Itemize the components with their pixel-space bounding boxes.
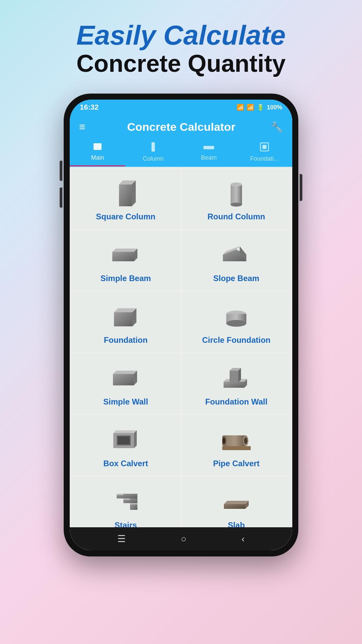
box-calvert-label: Box Calvert	[103, 459, 148, 468]
pipe-calvert-icon	[220, 425, 253, 455]
tab-beam-label: Beam	[201, 154, 217, 161]
tab-column-icon	[150, 142, 157, 154]
svg-rect-42	[222, 446, 251, 450]
foundation-wall-label: Foundation Wall	[205, 397, 267, 407]
simple-beam-icon	[109, 239, 142, 270]
box-calvert-icon	[109, 425, 142, 455]
tab-foundation[interactable]: Foundati...	[237, 139, 292, 166]
svg-marker-7	[132, 180, 136, 206]
nav-home-button[interactable]: ☰	[117, 533, 126, 544]
slab-label: Slab	[228, 521, 245, 527]
grid-item-pipe-calvert[interactable]: Pipe Calvert	[182, 415, 291, 476]
simple-wall-label: Simple Wall	[103, 397, 148, 407]
svg-marker-36	[134, 430, 137, 448]
tab-foundation-label: Foundati...	[250, 155, 279, 162]
tab-column-label: Column	[143, 155, 164, 162]
svg-marker-35	[113, 430, 137, 433]
nav-back-button[interactable]: ‹	[242, 534, 245, 544]
grid-content: Square Column	[70, 167, 292, 527]
tab-main[interactable]: Main	[70, 139, 125, 166]
wrench-icon[interactable]: 🔧	[270, 121, 283, 133]
foundation-wall-icon	[220, 363, 253, 393]
battery-percent: 100%	[267, 104, 282, 111]
grid-item-foundation-wall[interactable]: Foundation Wall	[182, 354, 291, 414]
phone-frame: 16:32 📶 📶 🔋 100% ≡ Concrete Calculator 🔧…	[64, 94, 298, 556]
round-column-label: Round Column	[207, 212, 265, 221]
svg-rect-46	[130, 503, 137, 504]
foundation-label: Foundation	[104, 335, 148, 345]
svg-rect-2	[203, 146, 214, 149]
svg-point-10	[231, 203, 242, 207]
circle-foundation-label: Circle Foundation	[202, 335, 270, 345]
tab-beam-icon	[203, 142, 214, 153]
status-bar: 16:32 📶 📶 🔋 100%	[70, 100, 292, 115]
square-column-icon	[109, 178, 142, 208]
status-icons: 📶 📶 🔋 100%	[237, 104, 282, 111]
svg-rect-37	[224, 435, 246, 446]
signal-icon-2: 📶	[247, 104, 254, 111]
grid-item-simple-wall[interactable]: Simple Wall	[71, 354, 180, 414]
volume-down-button	[60, 187, 62, 208]
grid-item-simple-beam[interactable]: Simple Beam	[71, 230, 180, 290]
svg-point-40	[222, 437, 226, 444]
slope-beam-label: Slope Beam	[213, 274, 259, 283]
svg-rect-28	[230, 371, 238, 382]
battery-icon: 🔋	[257, 104, 264, 111]
svg-rect-17	[114, 312, 132, 326]
bottom-nav: ☰ ○ ‹	[70, 527, 292, 550]
svg-rect-48	[117, 494, 123, 495]
phone-screen: 16:32 📶 📶 🔋 100% ≡ Concrete Calculator 🔧…	[70, 100, 292, 550]
grid-item-slab[interactable]: Slab	[182, 477, 291, 527]
svg-rect-50	[224, 504, 245, 509]
tab-foundation-icon	[260, 142, 269, 154]
tab-beam[interactable]: Beam	[181, 139, 237, 166]
grid-item-foundation[interactable]: Foundation	[71, 292, 180, 352]
foundation-icon	[109, 301, 142, 331]
grid-item-circle-foundation[interactable]: Circle Foundation	[182, 292, 291, 352]
svg-point-9	[231, 182, 242, 186]
svg-rect-23	[113, 374, 134, 385]
grid-item-slope-beam[interactable]: Slope Beam	[182, 230, 291, 290]
svg-rect-0	[94, 143, 102, 150]
grid-item-stairs[interactable]: Stairs	[71, 477, 180, 527]
grid-item-box-calvert[interactable]: Box Calvert	[71, 415, 180, 476]
nav-home-circle-button[interactable]: ○	[181, 534, 186, 544]
svg-rect-34	[118, 436, 130, 444]
grid-item-square-column[interactable]: Square Column	[71, 168, 180, 229]
tab-bar: Main Column Beam Foundati...	[70, 139, 292, 167]
power-button	[300, 174, 302, 201]
square-column-label: Square Column	[96, 212, 155, 221]
svg-rect-4	[262, 145, 266, 149]
volume-up-button	[60, 161, 62, 181]
tab-main-label: Main	[91, 154, 104, 161]
simple-wall-icon	[109, 363, 142, 393]
circle-foundation-icon	[220, 301, 253, 331]
signal-icon-1: 📶	[237, 104, 244, 111]
tab-main-icon	[93, 142, 102, 153]
svg-marker-49	[224, 501, 249, 504]
grid-item-round-column[interactable]: Round Column	[182, 168, 291, 229]
svg-rect-5	[119, 184, 132, 206]
page-header: Easily Calculate Concrete Quantity	[76, 0, 286, 77]
svg-rect-26	[224, 382, 244, 388]
status-time: 16:32	[80, 103, 99, 112]
svg-rect-8	[231, 184, 242, 205]
svg-marker-12	[112, 249, 137, 252]
tab-column[interactable]: Column	[125, 139, 181, 166]
svg-rect-11	[112, 252, 134, 261]
svg-marker-24	[113, 371, 137, 374]
svg-point-22	[226, 320, 246, 327]
menu-icon[interactable]: ≡	[79, 121, 85, 133]
stairs-label: Stairs	[115, 521, 137, 527]
svg-rect-47	[123, 498, 130, 500]
app-bar: ≡ Concrete Calculator 🔧	[70, 115, 292, 139]
round-column-icon	[220, 178, 253, 208]
svg-rect-1	[152, 142, 155, 152]
simple-beam-label: Simple Beam	[101, 274, 151, 283]
headline-2: Concrete Quantity	[76, 50, 286, 77]
slope-beam-icon	[220, 239, 253, 270]
pipe-calvert-label: Pipe Calvert	[213, 459, 260, 468]
slab-icon	[220, 486, 253, 517]
headline-1: Easily Calculate	[76, 20, 286, 50]
svg-point-41	[244, 437, 247, 444]
